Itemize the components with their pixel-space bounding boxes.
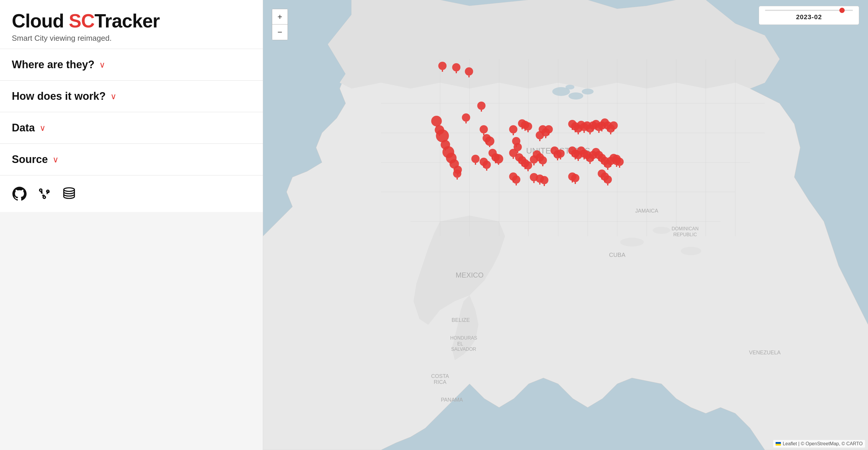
svg-text:DOMINICAN: DOMINICAN: [672, 226, 699, 231]
svg-text:BELIZE: BELIZE: [452, 317, 470, 323]
github-icon[interactable]: [12, 186, 27, 201]
svg-point-203: [604, 175, 612, 184]
nav-where-label: Where are they?: [12, 58, 94, 71]
nav-how-chevron: ∨: [111, 92, 117, 101]
nav-source-item[interactable]: Source ∨: [0, 144, 263, 175]
svg-point-3: [569, 92, 583, 99]
svg-text:PANAMA: PANAMA: [441, 397, 463, 403]
svg-point-63: [477, 101, 486, 110]
svg-point-45: [431, 116, 442, 126]
map-attribution: Leaflet | © OpenStreetMap, © CARTO: [773, 440, 865, 448]
svg-point-161: [610, 121, 618, 130]
zoom-controls: + −: [272, 9, 288, 40]
nav-where-section: Where are they? ∨: [0, 49, 263, 81]
svg-point-207: [616, 158, 624, 166]
timeline-container: 2023-02: [759, 6, 859, 25]
svg-text:MEXICO: MEXICO: [456, 271, 484, 279]
leaflet-flag: [776, 442, 781, 446]
timeline-slider[interactable]: [765, 10, 853, 11]
svg-point-61: [462, 113, 470, 122]
svg-point-131: [540, 176, 549, 184]
svg-text:EL: EL: [457, 341, 463, 347]
svg-point-73: [485, 137, 495, 146]
svg-point-103: [524, 122, 532, 130]
svg-point-8: [681, 247, 702, 255]
logo-area: Cloud SCTracker Smart City viewing reima…: [0, 0, 263, 49]
nav-data-chevron: ∨: [39, 123, 46, 133]
nav-source-label: Source: [12, 153, 48, 166]
logo-sc: SC: [69, 10, 94, 32]
svg-text:VENEZUELA: VENEZUELA: [749, 350, 781, 356]
svg-point-39: [438, 62, 447, 70]
svg-point-0: [64, 188, 74, 191]
svg-point-121: [539, 156, 547, 164]
icons-row: [0, 175, 263, 212]
svg-text:HONDURAS: HONDURAS: [450, 335, 477, 340]
svg-point-43: [465, 67, 473, 76]
nav-source-chevron: ∨: [53, 155, 59, 164]
svg-point-41: [452, 63, 461, 71]
zoom-out-button[interactable]: −: [272, 25, 287, 40]
svg-text:JAMAICA: JAMAICA: [635, 208, 658, 214]
nav-data-label: Data: [12, 122, 35, 134]
sidebar: Cloud SCTracker Smart City viewing reima…: [0, 0, 263, 450]
zoom-in-button[interactable]: +: [272, 9, 287, 25]
svg-point-111: [545, 125, 553, 133]
svg-point-83: [483, 161, 491, 169]
svg-point-6: [620, 238, 644, 246]
fork-icon[interactable]: [37, 186, 52, 201]
nav-how-section: How does it work? ∨: [0, 81, 263, 112]
nav-how-item[interactable]: How does it work? ∨: [0, 81, 263, 112]
svg-point-5: [566, 85, 575, 89]
svg-point-213: [557, 149, 565, 158]
svg-point-85: [509, 125, 518, 133]
logo-cloud: Cloud: [12, 10, 69, 32]
app-subtitle: Smart City viewing reimaged.: [12, 34, 251, 43]
logo-tracker: Tracker: [94, 10, 160, 32]
svg-point-65: [453, 170, 461, 178]
nav-how-label: How does it work?: [12, 90, 106, 102]
map-container: UNITED STATES MEXICO CUBA JAMAICA DOMINI…: [263, 0, 868, 450]
attribution-text: Leaflet | © OpenStreetMap, © CARTO: [783, 441, 863, 446]
svg-text:SALVADOR: SALVADOR: [451, 347, 476, 352]
svg-point-113: [524, 161, 532, 170]
svg-text:RICA: RICA: [434, 379, 446, 385]
svg-point-7: [653, 227, 671, 234]
database-icon[interactable]: [61, 186, 77, 201]
svg-point-79: [494, 154, 503, 163]
app-title: Cloud SCTracker: [12, 11, 251, 31]
timeline-slider-row: [765, 10, 853, 11]
svg-point-125: [512, 175, 521, 184]
timeline-label: 2023-02: [765, 13, 853, 21]
nav-data-item[interactable]: Data ∨: [0, 112, 263, 144]
nav-where-item[interactable]: Where are they? ∨: [0, 49, 263, 80]
svg-point-67: [471, 155, 480, 163]
nav-data-section: Data ∨: [0, 112, 263, 144]
map-svg: UNITED STATES MEXICO CUBA JAMAICA DOMINI…: [263, 0, 868, 450]
nav-where-chevron: ∨: [99, 60, 105, 70]
svg-text:CUBA: CUBA: [609, 251, 626, 258]
svg-point-197: [571, 174, 580, 182]
nav-source-section: Source ∨: [0, 144, 263, 175]
svg-text:COSTA: COSTA: [431, 373, 449, 379]
svg-text:REPUBLIC: REPUBLIC: [673, 232, 697, 237]
svg-point-69: [480, 125, 488, 133]
